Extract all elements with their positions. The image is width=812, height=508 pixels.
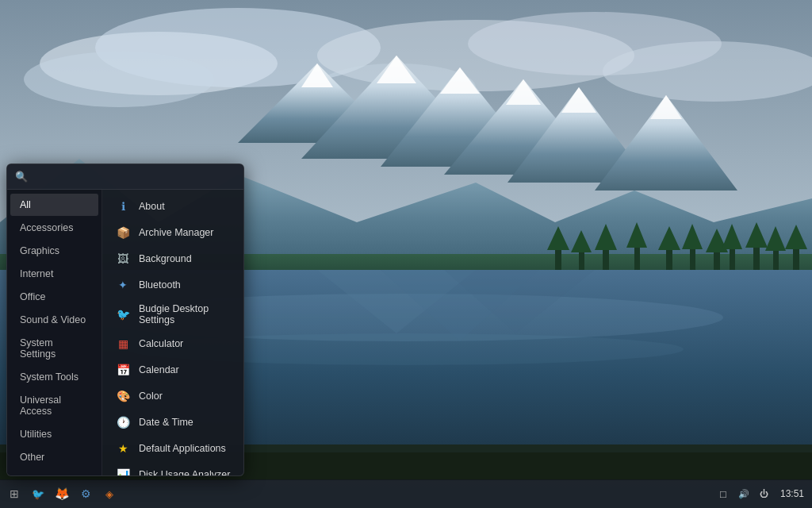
color-icon: 🎨	[115, 388, 131, 404]
app-bluetooth[interactable]: ✦ Bluetooth	[105, 272, 240, 298]
power-tray-icon[interactable]: ⏻	[756, 486, 772, 502]
category-graphics[interactable]: Graphics	[10, 240, 98, 262]
calculator-icon: ▦	[115, 336, 131, 352]
category-utilities[interactable]: Utilities	[10, 423, 98, 445]
search-bar: 🔍	[7, 164, 243, 190]
clock-display: 13:51	[777, 486, 807, 502]
app-background-label: Background	[139, 253, 192, 264]
grid-icon[interactable]: ⊞	[3, 483, 25, 505]
volume-tray-icon[interactable]: 🔊	[736, 486, 752, 502]
network-tray-icon[interactable]: □	[715, 486, 731, 502]
category-all[interactable]: All	[10, 194, 98, 216]
bluetooth-icon: ✦	[115, 277, 131, 293]
app-default-applications-label: Default Applications	[139, 443, 226, 454]
app-color[interactable]: 🎨 Color	[105, 383, 240, 409]
about-icon: ℹ	[115, 198, 131, 214]
categories-panel: All Accessories Graphics Internet Office…	[7, 190, 102, 475]
app-date-time-label: Date & Time	[139, 417, 193, 428]
category-universal-access[interactable]: Universal Access	[10, 389, 98, 422]
category-system-settings[interactable]: System Settings	[10, 332, 98, 365]
category-other[interactable]: Other	[10, 446, 98, 468]
solus-taskbar-icon[interactable]: ◈	[98, 483, 121, 505]
apps-list: ℹ About 📦 Archive Manager 🖼 Background ✦…	[102, 190, 243, 475]
menu-body: All Accessories Graphics Internet Office…	[7, 190, 243, 475]
budgie-menu-button[interactable]: 🐦	[27, 483, 49, 505]
app-about[interactable]: ℹ About	[105, 194, 240, 219]
archive-manager-icon: 📦	[115, 225, 131, 241]
category-internet[interactable]: Internet	[10, 263, 98, 285]
system-settings-taskbar-icon[interactable]: ⚙	[75, 483, 97, 505]
app-color-label: Color	[139, 391, 163, 402]
app-disk-usage-analyzer[interactable]: 📊 Disk Usage Analyzer	[105, 462, 240, 475]
app-default-applications[interactable]: ★ Default Applications	[105, 436, 240, 461]
app-background[interactable]: 🖼 Background	[105, 246, 240, 271]
category-system-tools[interactable]: System Tools	[10, 366, 98, 388]
taskbar: ⊞ 🐦 🦊 ⚙ ◈ □ 🔊 ⏻ 13:51	[0, 479, 812, 508]
app-about-label: About	[139, 201, 165, 212]
calendar-icon: 📅	[115, 362, 131, 378]
budgie-settings-icon: 🐦	[115, 306, 131, 322]
app-calendar-label: Calendar	[139, 364, 179, 375]
category-sound-video[interactable]: Sound & Video	[10, 309, 98, 331]
app-calculator-label: Calculator	[139, 338, 183, 349]
default-apps-icon: ★	[115, 441, 131, 456]
app-date-time[interactable]: 🕐 Date & Time	[105, 410, 240, 435]
disk-usage-icon: 📊	[115, 467, 131, 475]
desktop: 🔍 All Accessories Graphics Internet Offi…	[0, 0, 812, 508]
category-accessories[interactable]: Accessories	[10, 217, 98, 239]
app-calendar[interactable]: 📅 Calendar	[105, 357, 240, 383]
firefox-taskbar-icon[interactable]: 🦊	[51, 483, 73, 505]
app-budgie-desktop-settings[interactable]: 🐦 Budgie Desktop Settings	[105, 298, 240, 330]
app-disk-usage-label: Disk Usage Analyzer	[139, 469, 230, 475]
date-time-icon: 🕐	[115, 414, 131, 430]
taskbar-left: ⊞ 🐦 🦊 ⚙ ◈	[0, 483, 121, 505]
svg-point-3	[24, 52, 214, 107]
app-budgie-settings-label: Budgie Desktop Settings	[139, 303, 231, 325]
app-bluetooth-label: Bluetooth	[139, 279, 181, 291]
search-input[interactable]	[33, 171, 236, 183]
background-icon: 🖼	[115, 251, 131, 267]
app-archive-manager[interactable]: 📦 Archive Manager	[105, 220, 240, 245]
category-office[interactable]: Office	[10, 286, 98, 308]
search-icon: 🔍	[15, 171, 28, 183]
taskbar-right: □ 🔊 ⏻ 13:51	[715, 486, 807, 502]
app-calculator[interactable]: ▦ Calculator	[105, 331, 240, 356]
app-archive-manager-label: Archive Manager	[139, 227, 214, 238]
app-menu: 🔍 All Accessories Graphics Internet Offi…	[6, 164, 244, 476]
